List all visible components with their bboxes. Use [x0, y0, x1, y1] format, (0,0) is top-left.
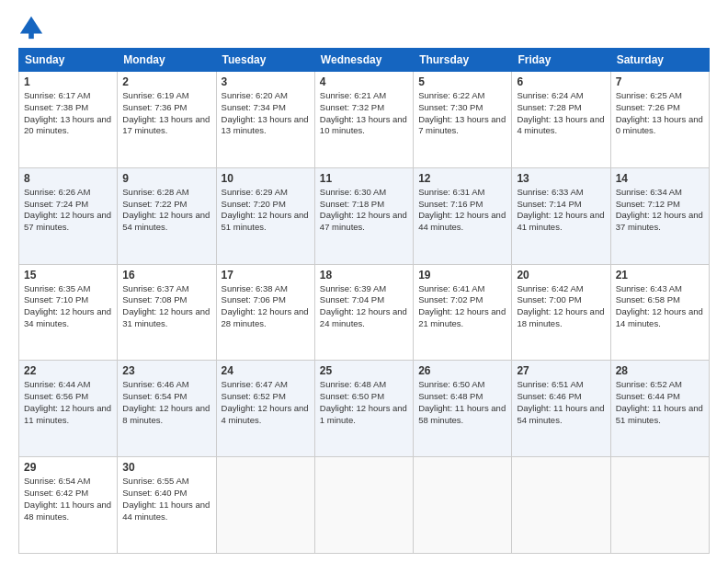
day-info: Sunrise: 6:43 AM Sunset: 6:58 PM Dayligh… [616, 283, 704, 330]
daylight-label: Daylight: 13 hours and 7 minutes. [418, 114, 506, 136]
sunrise-label: Sunrise: 6:17 AM [24, 90, 90, 100]
sunset-label: Sunset: 7:08 PM [122, 294, 187, 304]
calendar-day-22: 22 Sunrise: 6:44 AM Sunset: 6:56 PM Dayl… [19, 361, 118, 457]
calendar-week-2: 8 Sunrise: 6:26 AM Sunset: 7:24 PM Dayli… [19, 167, 710, 264]
day-number: 23 [122, 364, 210, 377]
sunrise-label: Sunrise: 6:55 AM [122, 476, 188, 486]
dow-thursday: Thursday [414, 49, 512, 72]
day-number: 4 [320, 75, 408, 88]
day-number: 3 [222, 75, 310, 88]
daylight-label: Daylight: 13 hours and 4 minutes. [517, 114, 604, 136]
sunrise-label: Sunrise: 6:21 AM [320, 90, 386, 100]
sunset-label: Sunset: 7:34 PM [222, 102, 286, 112]
logo [18, 15, 48, 40]
sunrise-label: Sunrise: 6:29 AM [222, 187, 288, 197]
sunset-label: Sunset: 6:46 PM [517, 391, 581, 401]
svg-rect-1 [28, 30, 34, 39]
daylight-label: Daylight: 12 hours and 11 minutes. [24, 403, 111, 425]
day-number: 2 [122, 75, 210, 88]
sunrise-label: Sunrise: 6:48 AM [320, 379, 386, 389]
day-info: Sunrise: 6:22 AM Sunset: 7:30 PM Dayligh… [418, 90, 506, 137]
daylight-label: Daylight: 11 hours and 51 minutes. [616, 403, 703, 425]
day-number: 16 [122, 269, 210, 282]
day-info: Sunrise: 6:48 AM Sunset: 6:50 PM Dayligh… [320, 379, 408, 426]
sunrise-label: Sunrise: 6:51 AM [517, 379, 583, 389]
sunset-label: Sunset: 6:48 PM [418, 391, 483, 401]
day-number: 25 [320, 364, 408, 377]
daylight-label: Daylight: 12 hours and 44 minutes. [418, 210, 506, 232]
daylight-label: Daylight: 12 hours and 31 minutes. [122, 306, 210, 328]
sunset-label: Sunset: 6:50 PM [320, 391, 384, 401]
empty-cell [314, 457, 413, 554]
day-info: Sunrise: 6:29 AM Sunset: 7:20 PM Dayligh… [222, 187, 310, 234]
sunrise-label: Sunrise: 6:46 AM [122, 379, 188, 389]
daylight-label: Daylight: 12 hours and 4 minutes. [222, 403, 309, 425]
calendar-day-19: 19 Sunrise: 6:41 AM Sunset: 7:02 PM Dayl… [414, 264, 512, 361]
day-number: 27 [517, 364, 605, 377]
daylight-label: Daylight: 12 hours and 37 minutes. [616, 210, 703, 232]
sunrise-label: Sunrise: 6:47 AM [222, 379, 288, 389]
sunset-label: Sunset: 7:06 PM [222, 294, 286, 304]
sunrise-label: Sunrise: 6:43 AM [616, 283, 682, 293]
empty-cell [414, 457, 512, 554]
sunrise-label: Sunrise: 6:24 AM [517, 90, 583, 100]
day-number: 10 [222, 172, 310, 185]
calendar-day-10: 10 Sunrise: 6:29 AM Sunset: 7:20 PM Dayl… [216, 167, 314, 264]
daylight-label: Daylight: 12 hours and 41 minutes. [517, 210, 604, 232]
calendar-day-5: 5 Sunrise: 6:22 AM Sunset: 7:30 PM Dayli… [414, 72, 512, 168]
calendar-day-14: 14 Sunrise: 6:34 AM Sunset: 7:12 PM Dayl… [610, 167, 709, 264]
sunrise-label: Sunrise: 6:20 AM [222, 90, 288, 100]
sunset-label: Sunset: 7:00 PM [517, 294, 581, 304]
day-info: Sunrise: 6:25 AM Sunset: 7:26 PM Dayligh… [616, 90, 704, 137]
dow-sunday: Sunday [19, 49, 118, 72]
sunrise-label: Sunrise: 6:34 AM [616, 187, 682, 197]
day-number: 26 [418, 364, 506, 377]
day-info: Sunrise: 6:35 AM Sunset: 7:10 PM Dayligh… [24, 283, 112, 330]
sunrise-label: Sunrise: 6:19 AM [122, 90, 188, 100]
sunset-label: Sunset: 7:26 PM [616, 102, 680, 112]
sunrise-label: Sunrise: 6:25 AM [616, 90, 682, 100]
sunrise-label: Sunrise: 6:28 AM [122, 187, 188, 197]
sunset-label: Sunset: 7:18 PM [320, 199, 384, 209]
daylight-label: Daylight: 12 hours and 21 minutes. [418, 306, 506, 328]
daylight-label: Daylight: 12 hours and 54 minutes. [122, 210, 210, 232]
sunrise-label: Sunrise: 6:37 AM [122, 283, 188, 293]
daylight-label: Daylight: 13 hours and 13 minutes. [222, 114, 309, 136]
empty-cell [610, 457, 709, 554]
calendar-day-4: 4 Sunrise: 6:21 AM Sunset: 7:32 PM Dayli… [314, 72, 413, 168]
day-number: 9 [122, 172, 210, 185]
daylight-label: Daylight: 12 hours and 28 minutes. [222, 306, 309, 328]
daylight-label: Daylight: 12 hours and 18 minutes. [517, 306, 604, 328]
calendar-day-16: 16 Sunrise: 6:37 AM Sunset: 7:08 PM Dayl… [118, 264, 216, 361]
day-number: 18 [320, 269, 408, 282]
day-of-week-header: SundayMondayTuesdayWednesdayThursdayFrid… [19, 49, 710, 72]
daylight-label: Daylight: 12 hours and 24 minutes. [320, 306, 407, 328]
day-info: Sunrise: 6:30 AM Sunset: 7:18 PM Dayligh… [320, 187, 408, 234]
sunrise-label: Sunrise: 6:35 AM [24, 283, 90, 293]
day-info: Sunrise: 6:55 AM Sunset: 6:40 PM Dayligh… [122, 476, 210, 523]
sunset-label: Sunset: 7:04 PM [320, 294, 384, 304]
day-number: 1 [24, 75, 112, 88]
calendar-week-4: 22 Sunrise: 6:44 AM Sunset: 6:56 PM Dayl… [19, 361, 710, 457]
sunrise-label: Sunrise: 6:26 AM [24, 187, 90, 197]
calendar-day-6: 6 Sunrise: 6:24 AM Sunset: 7:28 PM Dayli… [512, 72, 610, 168]
sunset-label: Sunset: 7:32 PM [320, 102, 384, 112]
day-info: Sunrise: 6:37 AM Sunset: 7:08 PM Dayligh… [122, 283, 210, 330]
day-info: Sunrise: 6:31 AM Sunset: 7:16 PM Dayligh… [418, 187, 506, 234]
calendar-day-3: 3 Sunrise: 6:20 AM Sunset: 7:34 PM Dayli… [216, 72, 314, 168]
calendar-day-18: 18 Sunrise: 6:39 AM Sunset: 7:04 PM Dayl… [314, 264, 413, 361]
sunrise-label: Sunrise: 6:52 AM [616, 379, 682, 389]
day-info: Sunrise: 6:39 AM Sunset: 7:04 PM Dayligh… [320, 283, 408, 330]
calendar-week-3: 15 Sunrise: 6:35 AM Sunset: 7:10 PM Dayl… [19, 264, 710, 361]
day-info: Sunrise: 6:20 AM Sunset: 7:34 PM Dayligh… [222, 90, 310, 137]
day-info: Sunrise: 6:47 AM Sunset: 6:52 PM Dayligh… [222, 379, 310, 426]
day-number: 24 [222, 364, 310, 377]
day-number: 13 [517, 172, 605, 185]
day-info: Sunrise: 6:21 AM Sunset: 7:32 PM Dayligh… [320, 90, 408, 137]
sunset-label: Sunset: 7:36 PM [122, 102, 187, 112]
daylight-label: Daylight: 12 hours and 1 minute. [320, 403, 407, 425]
sunrise-label: Sunrise: 6:38 AM [222, 283, 288, 293]
day-number: 11 [320, 172, 408, 185]
sunset-label: Sunset: 7:38 PM [24, 102, 88, 112]
daylight-label: Daylight: 12 hours and 34 minutes. [24, 306, 111, 328]
